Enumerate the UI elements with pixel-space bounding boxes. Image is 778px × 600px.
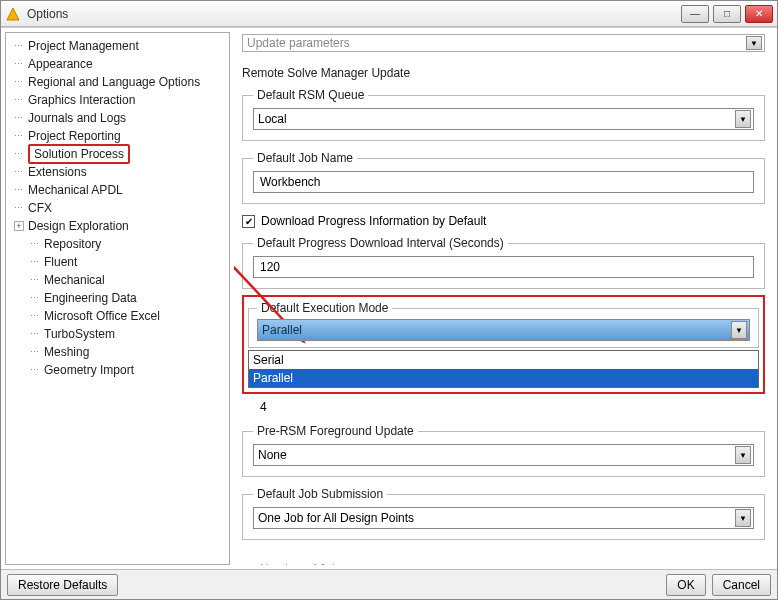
pre-rsm-combo[interactable]: None ▼ bbox=[253, 444, 754, 466]
job-submission-combo[interactable]: One Job for All Design Points ▼ bbox=[253, 507, 754, 529]
job-name-group: Default Job Name bbox=[242, 151, 765, 204]
rsm-queue-label: Default RSM Queue bbox=[253, 88, 368, 102]
num-jobs-label: Number of Jobs bbox=[260, 562, 755, 565]
processes-value: 4 bbox=[260, 400, 765, 414]
exec-mode-option-parallel[interactable]: Parallel bbox=[249, 369, 758, 387]
chevron-down-icon: ▼ bbox=[735, 446, 751, 464]
tree-item-fluent[interactable]: ⋯Fluent bbox=[8, 253, 227, 271]
job-submission-label: Default Job Submission bbox=[253, 487, 387, 501]
job-name-label: Default Job Name bbox=[253, 151, 357, 165]
tree-item-graphics[interactable]: ⋯Graphics Interaction bbox=[8, 91, 227, 109]
checkbox-icon: ✔ bbox=[242, 215, 255, 228]
maximize-button[interactable]: □ bbox=[713, 5, 741, 23]
options-window: Options — □ ✕ ⋯Project Management ⋯Appea… bbox=[0, 0, 778, 600]
expand-icon[interactable]: + bbox=[14, 221, 24, 231]
tree-item-solution-process[interactable]: ⋯Solution Process bbox=[8, 145, 227, 163]
tree-item-meshing[interactable]: ⋯Meshing bbox=[8, 343, 227, 361]
exec-mode-highlight: Default Execution Mode Parallel ▼ Serial… bbox=[242, 295, 765, 394]
interval-input[interactable] bbox=[253, 256, 754, 278]
interval-group: Default Progress Download Interval (Seco… bbox=[242, 236, 765, 289]
num-jobs-group: Number of Jobs bbox=[242, 550, 765, 565]
chevron-down-icon: ▼ bbox=[735, 509, 751, 527]
close-button[interactable]: ✕ bbox=[745, 5, 773, 23]
tree-item-journals[interactable]: ⋯Journals and Logs bbox=[8, 109, 227, 127]
chevron-down-icon: ▼ bbox=[735, 110, 751, 128]
titlebar: Options — □ ✕ bbox=[1, 1, 777, 27]
chevron-down-icon: ▼ bbox=[746, 36, 762, 50]
window-title: Options bbox=[27, 7, 681, 21]
app-icon bbox=[5, 6, 21, 22]
window-buttons: — □ ✕ bbox=[681, 5, 773, 23]
tree-item-mechanical[interactable]: ⋯Mechanical bbox=[8, 271, 227, 289]
job-name-input[interactable] bbox=[253, 171, 754, 193]
tree-item-cfx[interactable]: ⋯CFX bbox=[8, 199, 227, 217]
exec-mode-dropdown[interactable]: Serial Parallel bbox=[248, 350, 759, 388]
chevron-down-icon: ▼ bbox=[731, 321, 747, 339]
svg-marker-0 bbox=[7, 8, 19, 20]
cancel-button[interactable]: Cancel bbox=[712, 574, 771, 596]
main-panel: Update parameters ▼ Remote Solve Manager… bbox=[234, 32, 773, 565]
pre-rsm-label: Pre-RSM Foreground Update bbox=[253, 424, 418, 438]
tree-item-engineering-data[interactable]: ⋯Engineering Data bbox=[8, 289, 227, 307]
interval-label: Default Progress Download Interval (Seco… bbox=[253, 236, 508, 250]
ok-button[interactable]: OK bbox=[666, 574, 705, 596]
download-progress-checkbox[interactable]: ✔ Download Progress Information by Defau… bbox=[242, 214, 765, 228]
rsm-queue-combo[interactable]: Local ▼ bbox=[253, 108, 754, 130]
restore-defaults-button[interactable]: Restore Defaults bbox=[7, 574, 118, 596]
tree-item-geometry-import[interactable]: ⋯Geometry Import bbox=[8, 361, 227, 379]
exec-mode-group: Default Execution Mode Parallel ▼ bbox=[248, 301, 759, 348]
section-title: Remote Solve Manager Update bbox=[242, 66, 765, 80]
exec-mode-label: Default Execution Mode bbox=[257, 301, 392, 315]
exec-mode-combo[interactable]: Parallel ▼ bbox=[257, 319, 750, 341]
tree-item-mechanical-apdl[interactable]: ⋯Mechanical APDL bbox=[8, 181, 227, 199]
update-parameters-combo[interactable]: Update parameters ▼ bbox=[242, 34, 765, 52]
footer: Restore Defaults OK Cancel bbox=[1, 569, 777, 599]
tree-item-ms-excel[interactable]: ⋯Microsoft Office Excel bbox=[8, 307, 227, 325]
body: ⋯Project Management ⋯Appearance ⋯Regiona… bbox=[1, 27, 777, 569]
tree-item-project-management[interactable]: ⋯Project Management bbox=[8, 37, 227, 55]
exec-mode-option-serial[interactable]: Serial bbox=[249, 351, 758, 369]
tree-item-turbosystem[interactable]: ⋯TurboSystem bbox=[8, 325, 227, 343]
tree-item-repository[interactable]: ⋯Repository bbox=[8, 235, 227, 253]
rsm-queue-group: Default RSM Queue Local ▼ bbox=[242, 88, 765, 141]
tree-item-reporting[interactable]: ⋯Project Reporting bbox=[8, 127, 227, 145]
tree-item-extensions[interactable]: ⋯Extensions bbox=[8, 163, 227, 181]
nav-tree[interactable]: ⋯Project Management ⋯Appearance ⋯Regiona… bbox=[5, 32, 230, 565]
tree-item-design-exploration[interactable]: +Design Exploration bbox=[8, 217, 227, 235]
tree-item-appearance[interactable]: ⋯Appearance bbox=[8, 55, 227, 73]
pre-rsm-group: Pre-RSM Foreground Update None ▼ bbox=[242, 424, 765, 477]
job-submission-group: Default Job Submission One Job for All D… bbox=[242, 487, 765, 540]
tree-item-regional[interactable]: ⋯Regional and Language Options bbox=[8, 73, 227, 91]
minimize-button[interactable]: — bbox=[681, 5, 709, 23]
